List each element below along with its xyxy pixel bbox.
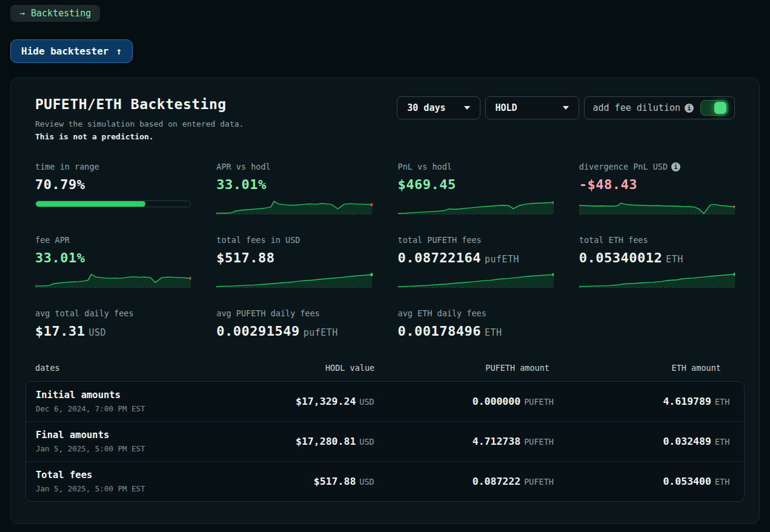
cell-unit: USD — [359, 477, 374, 487]
metric-value: $469.45 — [398, 177, 554, 192]
metric-label: total ETH fees — [579, 235, 735, 245]
metric-label: avg ETH daily fees — [398, 308, 554, 318]
metric-value: $517.88 — [216, 250, 372, 265]
metric-avg-total-daily-fees: avg total daily fees$17.31USD — [35, 308, 191, 339]
metric-avg-pufeth-daily-fees: avg PUFETH daily fees0.00291549pufETH — [216, 308, 372, 339]
row-date: Dec 6, 2024, 7:00 PM EST — [36, 404, 242, 413]
panel-title-block: PUFETH/ETH Backtesting Review the simula… — [35, 96, 244, 141]
cell-value: 0.053400 — [663, 476, 711, 487]
metric-value-text: 0.05340012 — [579, 250, 662, 265]
metrics-grid: time in range70.79%APR vs hodl33.01%PnL … — [35, 162, 735, 339]
metric-label: divergence PnL USDi — [579, 162, 735, 171]
metric-value: 70.79% — [35, 177, 191, 192]
row-title: Total fees — [36, 470, 242, 480]
page-title: PUFETH/ETH Backtesting — [35, 96, 244, 112]
cell-unit: PUFETH — [524, 397, 554, 407]
fee-dilution-toggle[interactable] — [700, 100, 728, 116]
period-select[interactable]: 30 days — [397, 96, 480, 119]
breadcrumb-label: Backtesting — [31, 8, 91, 19]
metric-value: 0.00291549pufETH — [216, 324, 372, 339]
table-body: Initial amountsDec 6, 2024, 7:00 PM EST$… — [25, 381, 745, 502]
metric-value: 0.08722164pufETH — [398, 250, 554, 265]
metric-sparkline — [216, 197, 372, 215]
cell-unit: PUFETH — [524, 477, 554, 487]
metric-avg-eth-daily-fees: avg ETH daily fees0.00178496ETH — [398, 308, 554, 339]
metric-unit: ETH — [666, 254, 683, 265]
table-header-hodl-value: HODL value — [245, 363, 375, 373]
metric-label-text: avg total daily fees — [35, 308, 134, 318]
cell-value: $17,280.81 — [296, 436, 356, 447]
metric-value-text: 70.79% — [35, 177, 85, 192]
metric-value-text: 33.01% — [35, 250, 85, 265]
metric-unit: pufETH — [485, 254, 519, 265]
row-date: Jan 5, 2025, 5:00 PM EST — [36, 444, 242, 453]
metric-unit: USD — [88, 327, 106, 338]
metric-value-text: $17.31 — [35, 324, 85, 339]
table-row-initial-amounts: Initial amountsDec 6, 2024, 7:00 PM EST$… — [26, 382, 744, 421]
metric-label: fee APR — [35, 235, 191, 245]
progress-fill — [36, 201, 145, 207]
hide-backtester-button[interactable]: Hide backtester ↑ — [10, 39, 133, 63]
panel-disclaimer: This is not a prediction. — [35, 132, 244, 141]
cell-value: 0.032489 — [663, 436, 711, 447]
metric-total-fees-usd: total fees in USD$517.88 — [216, 235, 372, 288]
metric-value-text: 0.00178496 — [398, 324, 481, 339]
chevron-down-icon — [464, 106, 470, 110]
info-icon[interactable]: i — [671, 162, 680, 171]
metric-pnl-vs-hodl: PnL vs hodl$469.45 — [398, 162, 554, 215]
metric-label-text: PnL vs hodl — [398, 162, 452, 171]
metric-sparkline — [579, 270, 735, 288]
cell-value: 0.000000 — [473, 396, 520, 407]
metric-label: APR vs hodl — [216, 162, 372, 171]
metric-divergence-pnl-usd: divergence PnL USDi-$48.43 — [579, 162, 735, 215]
cell-unit: PUFETH — [524, 437, 554, 447]
metric-sparkline — [35, 270, 191, 288]
metric-fee-apr: fee APR33.01% — [35, 235, 191, 288]
row-value-cell: 0.087222PUFETH — [374, 476, 554, 487]
sparkline-chart — [579, 270, 735, 288]
fee-dilution-label: add fee dilution — [593, 102, 681, 113]
row-label-cell: Initial amountsDec 6, 2024, 7:00 PM EST — [26, 390, 242, 413]
metric-label-text: APR vs hodl — [216, 162, 270, 171]
cell-value: $17,329.24 — [296, 396, 356, 407]
panel-subtitle: Review the simulation based on entered d… — [35, 119, 244, 128]
panel-controls: 30 days HOLD add fee dilution i — [397, 96, 735, 119]
row-title: Initial amounts — [36, 390, 242, 401]
metric-label-text: fee APR — [35, 235, 70, 245]
cell-value: $517.88 — [314, 476, 356, 487]
cell-unit: ETH — [715, 477, 729, 487]
metric-apr-vs-hodl: APR vs hodl33.01% — [216, 162, 372, 215]
row-value-cell: 4.712738PUFETH — [374, 436, 554, 447]
row-value-cell: $17,329.24USD — [242, 396, 374, 407]
row-date: Jan 5, 2025, 5:00 PM EST — [36, 484, 242, 493]
sparkline-chart — [216, 197, 372, 215]
info-icon[interactable]: i — [685, 104, 694, 113]
metric-label-text: total fees in USD — [216, 235, 300, 245]
metric-value-text: 0.00291549 — [216, 324, 299, 339]
row-value-cell: $17,280.81USD — [242, 436, 374, 447]
table-header-dates: dates — [35, 363, 245, 373]
arrow-up-icon: ↑ — [116, 45, 122, 57]
metric-value-text: $517.88 — [216, 250, 274, 265]
metric-value-text: 0.08722164 — [398, 250, 481, 265]
row-value-cell: $517.88USD — [242, 476, 374, 487]
sparkline-chart — [398, 270, 554, 288]
backtesting-panel: PUFETH/ETH Backtesting Review the simula… — [10, 78, 760, 524]
breadcrumb-backtesting[interactable]: → Backtesting — [10, 5, 100, 22]
metric-label: total fees in USD — [216, 235, 372, 245]
metric-label-text: avg PUFETH daily fees — [216, 308, 320, 318]
metric-unit: ETH — [485, 327, 502, 338]
metric-unit: pufETH — [304, 327, 338, 338]
metric-label: avg total daily fees — [35, 308, 191, 318]
cell-value: 4.712738 — [473, 436, 520, 447]
row-value-cell: 0.053400ETH — [554, 476, 729, 487]
table-header: datesHODL valuePUFETH amountETH amount — [35, 363, 735, 373]
metric-label-text: total PUFETH fees — [398, 235, 482, 245]
sparkline-chart — [35, 270, 191, 288]
cell-unit: USD — [359, 437, 374, 447]
strategy-select[interactable]: HOLD — [485, 96, 579, 119]
cell-unit: USD — [359, 397, 374, 407]
row-label-cell: Total feesJan 5, 2025, 5:00 PM EST — [26, 470, 242, 493]
hide-backtester-label: Hide backtester — [21, 45, 109, 57]
metric-label: avg PUFETH daily fees — [216, 308, 372, 318]
